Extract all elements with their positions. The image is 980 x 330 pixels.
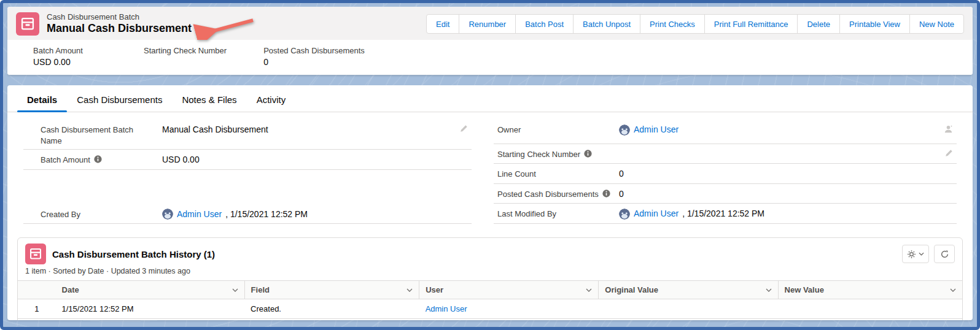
field-label: Batch Amount — [41, 153, 162, 166]
record-actions: Edit Renumber Batch Post Batch Unpost Pr… — [426, 14, 964, 34]
field-row-created-by: Created By Admin User, 1/15/2021 12:52 P… — [23, 204, 472, 224]
batch-post-button[interactable]: Batch Post — [515, 14, 574, 34]
chevron-down-icon — [232, 288, 238, 292]
field-value: Manual Cash Disbursement — [162, 123, 470, 136]
page-title: Manual Cash Disbursement — [47, 22, 192, 36]
user-avatar — [162, 209, 173, 220]
change-owner-icon[interactable] — [944, 125, 953, 136]
highlight-starting-check-number: Starting Check Number — [144, 46, 227, 67]
tab-notes-files[interactable]: Notes & Files — [172, 87, 246, 112]
details-panel: Cash Disbursement Batch Name Manual Cash… — [7, 112, 973, 228]
column-header-original-value[interactable]: Original Value — [599, 281, 778, 299]
highlight-field-value: 0 — [263, 57, 365, 67]
batch-unpost-button[interactable]: Batch Unpost — [573, 14, 640, 34]
field-row-last-modified-by: Last Modified By Admin User, 1/15/2021 1… — [494, 204, 957, 224]
info-icon[interactable] — [602, 190, 610, 198]
new-note-button[interactable]: New Note — [909, 14, 964, 34]
chevron-down-icon — [919, 252, 924, 256]
field-value — [619, 148, 955, 160]
annotation-arrow — [193, 15, 257, 40]
record-highlight-fields: Batch Amount USD 0.00 Starting Check Num… — [7, 40, 973, 75]
field-row-line-count: Line Count 0 — [494, 164, 957, 184]
field-label: Last Modified By — [497, 207, 619, 220]
column-header-date[interactable]: Date — [56, 281, 245, 299]
field-row-posted-cash-disbursements: Posted Cash Disbursements 0 — [494, 184, 957, 204]
cell-new-value — [778, 299, 962, 319]
info-icon[interactable] — [94, 155, 102, 163]
field-label: Owner — [497, 123, 619, 136]
field-label: Starting Check Number — [497, 148, 619, 160]
record-detail-card: Details Cash Disbursements Notes & Files… — [7, 85, 973, 320]
created-by-user-link[interactable]: Admin User — [177, 209, 222, 221]
entity-label: Cash Disbursement Batch — [47, 12, 192, 22]
renumber-button[interactable]: Renumber — [459, 14, 516, 34]
field-value: Admin User — [619, 123, 955, 136]
refresh-icon — [940, 250, 949, 259]
chevron-down-icon — [950, 288, 956, 292]
chevron-down-icon — [766, 288, 772, 292]
edit-pencil-icon[interactable] — [944, 149, 953, 160]
delete-button[interactable]: Delete — [797, 14, 840, 34]
chevron-down-icon — [586, 288, 592, 292]
cell-original-value — [599, 299, 778, 319]
highlight-field-label: Batch Amount — [33, 46, 107, 55]
user-avatar — [619, 125, 630, 136]
details-spacer — [23, 170, 472, 204]
column-header-new-value[interactable]: New Value — [778, 281, 962, 299]
owner-user-link[interactable]: Admin User — [634, 124, 679, 136]
record-header-titles: Cash Disbursement Batch Manual Cash Disb… — [47, 12, 192, 36]
highlight-field-label: Posted Cash Disbursements — [263, 46, 365, 55]
tab-cash-disbursements[interactable]: Cash Disbursements — [67, 87, 172, 112]
edit-pencil-icon[interactable] — [459, 125, 468, 136]
print-full-remittance-button[interactable]: Print Full Remittance — [704, 14, 798, 34]
field-value: USD 0.00 — [162, 153, 470, 166]
related-list-history: Cash Disbursement Batch History (1) 1 it… — [17, 237, 963, 320]
highlight-posted-cash-disbursements: Posted Cash Disbursements 0 — [263, 46, 365, 67]
view-all-row: View All — [18, 318, 962, 320]
chevron-down-icon — [406, 288, 413, 292]
history-table: Date Field User Original Value — [18, 280, 962, 318]
related-list-meta: 1 item · Sorted by Date · Updated 3 minu… — [18, 266, 962, 280]
field-row-starting-check-number: Starting Check Number — [494, 144, 957, 164]
field-label: Posted Cash Disbursements — [497, 188, 619, 200]
tab-activity[interactable]: Activity — [247, 87, 296, 112]
field-row-batch-name: Cash Disbursement Batch Name Manual Cash… — [23, 120, 472, 150]
field-row-owner: Owner Admin User — [494, 120, 957, 144]
rownum-header — [18, 281, 56, 299]
highlight-field-value: USD 0.00 — [33, 57, 107, 67]
history-table-header-row: Date Field User Original Value — [18, 281, 962, 299]
column-header-user[interactable]: User — [419, 281, 599, 299]
cell-field: Created. — [244, 299, 419, 319]
info-icon[interactable] — [584, 150, 592, 158]
record-header-card: Cash Disbursement Batch Manual Cash Disb… — [7, 7, 973, 75]
related-list-actions — [902, 245, 955, 263]
highlight-field-label: Starting Check Number — [144, 46, 227, 55]
history-list-icon — [25, 244, 46, 264]
highlight-batch-amount: Batch Amount USD 0.00 — [33, 46, 107, 67]
gear-icon — [907, 250, 916, 259]
table-row: 1 1/15/2021 12:52 PM Created. Admin User — [18, 299, 962, 319]
column-header-field[interactable]: Field — [244, 281, 419, 299]
row-number: 1 — [18, 299, 56, 319]
field-value: 0 — [619, 167, 955, 180]
cell-user: Admin User — [419, 299, 599, 319]
list-settings-button[interactable] — [902, 245, 929, 263]
user-avatar — [619, 209, 630, 220]
field-value: Admin User, 1/15/2021 12:52 PM — [619, 207, 955, 220]
details-right-column: Owner Admin User Starting Check Number — [490, 120, 957, 224]
history-user-link[interactable]: Admin User — [426, 304, 467, 313]
print-checks-button[interactable]: Print Checks — [640, 14, 705, 34]
last-modified-datetime: , 1/15/2021 12:52 PM — [682, 208, 764, 220]
field-label: Line Count — [497, 167, 619, 180]
cell-date: 1/15/2021 12:52 PM — [56, 299, 245, 319]
edit-button[interactable]: Edit — [426, 14, 459, 34]
printable-view-button[interactable]: Printable View — [839, 14, 910, 34]
refresh-button[interactable] — [934, 245, 955, 263]
field-label: Created By — [41, 208, 162, 220]
app-window: Cash Disbursement Batch Manual Cash Disb… — [0, 0, 980, 330]
last-modified-by-user-link[interactable]: Admin User — [634, 208, 679, 220]
details-left-column: Cash Disbursement Batch Name Manual Cash… — [23, 120, 490, 224]
created-datetime: , 1/15/2021 12:52 PM — [225, 209, 308, 221]
tab-details[interactable]: Details — [17, 87, 67, 112]
cash-disbursement-batch-icon — [16, 12, 39, 36]
